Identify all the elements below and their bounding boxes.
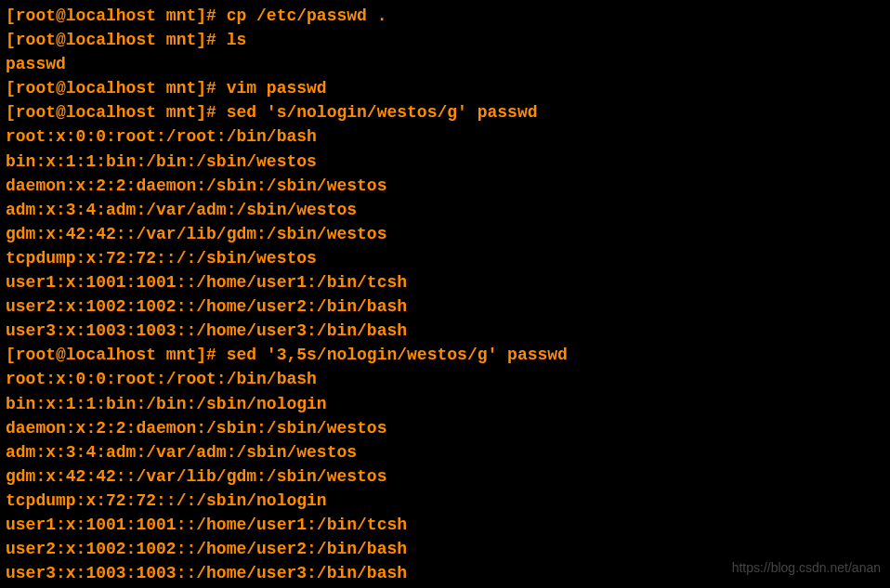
terminal-line: adm:x:3:4:adm:/var/adm:/sbin/westos	[6, 198, 884, 222]
terminal-line: user1:x:1001:1001::/home/user1:/bin/tcsh	[6, 270, 884, 294]
terminal-line: user3:x:1003:1003::/home/user3:/bin/bash	[6, 319, 884, 343]
shell-prompt: [root@localhost mnt]#	[6, 346, 227, 364]
terminal-line: root:x:0:0:root:/root:/bin/bash	[6, 124, 884, 149]
shell-output: user2:x:1002:1002::/home/user2:/bin/bash	[6, 297, 407, 316]
shell-output: adm:x:3:4:adm:/var/adm:/sbin/westos	[6, 443, 357, 462]
shell-output: user3:x:1003:1003::/home/user3:/bin/bash	[6, 564, 407, 582]
terminal-line: [root@localhost mnt]# ls	[6, 28, 884, 52]
shell-output: adm:x:3:4:adm:/var/adm:/sbin/westos	[6, 201, 357, 219]
shell-output: daemon:x:2:2:daemon:/sbin:/sbin/westos	[6, 176, 386, 195]
terminal-line: bin:x:1:1:bin:/bin:/sbin/nologin	[6, 392, 884, 416]
terminal-line: tcpdump:x:72:72::/:/sbin/westos	[6, 246, 884, 270]
shell-output: tcpdump:x:72:72::/:/sbin/nologin	[6, 491, 327, 510]
shell-command: sed 's/nologin/westos/g' passwd	[227, 103, 538, 122]
terminal-line: daemon:x:2:2:daemon:/sbin:/sbin/westos	[6, 174, 884, 198]
shell-output: root:x:0:0:root:/root:/bin/bash	[6, 370, 317, 388]
shell-command: cp /etc/passwd .	[227, 7, 387, 25]
terminal-line: adm:x:3:4:adm:/var/adm:/sbin/westos	[6, 440, 884, 464]
shell-command: ls	[227, 31, 247, 49]
terminal-line: root:x:0:0:root:/root:/bin/bash	[6, 367, 884, 391]
terminal-line: [root@localhost mnt]# vim passwd	[6, 76, 884, 100]
shell-output: passwd	[6, 55, 66, 73]
shell-output: gdm:x:42:42::/var/lib/gdm:/sbin/westos	[6, 225, 386, 243]
watermark-text: https://blog.csdn.net/anan	[732, 558, 881, 577]
shell-output: user2:x:1002:1002::/home/user2:/bin/bash	[6, 540, 407, 558]
terminal-output[interactable]: [root@localhost mnt]# cp /etc/passwd .[r…	[6, 4, 884, 585]
shell-output: gdm:x:42:42::/var/lib/gdm:/sbin/westos	[6, 467, 386, 486]
terminal-line: gdm:x:42:42::/var/lib/gdm:/sbin/westos	[6, 464, 884, 489]
shell-prompt: [root@localhost mnt]#	[6, 31, 227, 49]
shell-output: daemon:x:2:2:daemon:/sbin:/sbin/westos	[6, 419, 386, 438]
shell-prompt: [root@localhost mnt]#	[6, 79, 227, 98]
shell-output: bin:x:1:1:bin:/bin:/sbin/westos	[6, 152, 317, 171]
shell-output: user3:x:1003:1003::/home/user3:/bin/bash	[6, 321, 407, 340]
shell-output: bin:x:1:1:bin:/bin:/sbin/nologin	[6, 395, 327, 413]
terminal-line: user2:x:1002:1002::/home/user2:/bin/bash	[6, 294, 884, 319]
terminal-line: user1:x:1001:1001::/home/user1:/bin/tcsh	[6, 513, 884, 537]
shell-command: vim passwd	[227, 79, 327, 98]
shell-output: user1:x:1001:1001::/home/user1:/bin/tcsh	[6, 273, 407, 292]
terminal-line: tcpdump:x:72:72::/:/sbin/nologin	[6, 489, 884, 513]
terminal-line: daemon:x:2:2:daemon:/sbin:/sbin/westos	[6, 416, 884, 440]
shell-output: tcpdump:x:72:72::/:/sbin/westos	[6, 249, 317, 268]
terminal-line: [root@localhost mnt]# cp /etc/passwd .	[6, 4, 884, 28]
shell-command: sed '3,5s/nologin/westos/g' passwd	[227, 346, 568, 364]
terminal-line: passwd	[6, 52, 884, 76]
terminal-line: [root@localhost mnt]# sed '3,5s/nologin/…	[6, 343, 884, 367]
terminal-line: bin:x:1:1:bin:/bin:/sbin/westos	[6, 150, 884, 174]
terminal-line: [root@localhost mnt]# sed 's/nologin/wes…	[6, 100, 884, 124]
shell-prompt: [root@localhost mnt]#	[6, 103, 227, 122]
shell-output: user1:x:1001:1001::/home/user1:/bin/tcsh	[6, 516, 407, 534]
shell-prompt: [root@localhost mnt]#	[6, 7, 227, 25]
terminal-line: gdm:x:42:42::/var/lib/gdm:/sbin/westos	[6, 222, 884, 246]
shell-output: root:x:0:0:root:/root:/bin/bash	[6, 127, 317, 146]
